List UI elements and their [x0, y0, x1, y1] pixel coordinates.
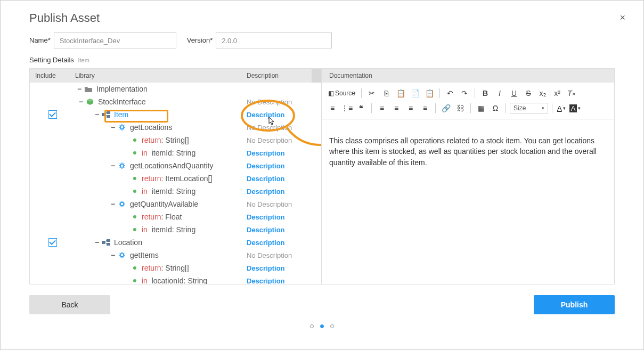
publish-button[interactable]: Publish — [534, 295, 615, 314]
editor-content[interactable]: This class comprises all operations rela… — [322, 119, 614, 284]
svg-point-9 — [120, 254, 124, 257]
param-dot-icon — [133, 177, 136, 180]
no-description: No Description — [247, 136, 292, 144]
expand-toggle[interactable]: − — [109, 200, 117, 208]
align-left-icon[interactable]: ≡ — [376, 102, 388, 115]
gear-icon — [117, 251, 127, 259]
pager-dot-2[interactable] — [320, 324, 324, 328]
bold-icon[interactable]: B — [479, 87, 492, 100]
tree-row: return: ItemLocation[] Description — [30, 172, 321, 185]
copy-icon[interactable]: ⎘ — [380, 87, 393, 100]
subscript-icon[interactable]: x₂ — [536, 87, 549, 100]
gear-icon — [117, 123, 127, 132]
tree-node-label[interactable]: StockInterface — [98, 97, 146, 106]
expand-toggle[interactable]: − — [75, 85, 84, 93]
param-dot-icon — [133, 279, 136, 282]
redo-icon[interactable]: ↷ — [458, 87, 471, 100]
blockquote-icon[interactable]: ❝ — [355, 102, 368, 115]
tree-row: − getLocationsAndQuantity Description — [30, 159, 321, 172]
description-link[interactable]: Description — [247, 175, 285, 183]
svg-point-5 — [120, 202, 124, 206]
version-input[interactable] — [216, 32, 332, 48]
superscript-icon[interactable]: x² — [551, 87, 564, 100]
undo-icon[interactable]: ↶ — [444, 87, 456, 100]
in-keyword: in — [142, 225, 148, 234]
folder-icon — [84, 85, 93, 93]
strike-icon[interactable]: S — [522, 87, 535, 100]
italic-icon[interactable]: I — [493, 87, 506, 100]
tree-node-label[interactable]: getItems — [130, 251, 159, 259]
tree-node-label[interactable]: getQuantityAvailable — [130, 200, 198, 208]
description-link[interactable]: Description — [247, 213, 285, 221]
dialog-title: Publish Asset — [1, 1, 643, 25]
expand-toggle[interactable]: − — [109, 161, 117, 170]
name-input[interactable] — [54, 32, 176, 48]
tree-row: in itemId: String Description — [30, 223, 321, 236]
tree-row: − Item Description — [30, 108, 321, 121]
paste-word-icon[interactable]: 📋 — [423, 87, 436, 100]
cut-icon[interactable]: ✂ — [365, 87, 378, 100]
link-icon[interactable]: 🔗 — [439, 102, 452, 115]
tree-node-label[interactable]: Location — [114, 238, 142, 247]
expand-toggle[interactable]: − — [77, 97, 85, 106]
paste-text-icon[interactable]: 📄 — [409, 87, 421, 100]
unlink-icon[interactable]: ⛓ — [454, 102, 467, 115]
svg-point-4 — [120, 164, 124, 167]
back-button[interactable]: Back — [29, 295, 110, 314]
description-link[interactable]: Description — [247, 149, 285, 157]
description-link[interactable]: Description — [247, 162, 285, 170]
underline-icon[interactable]: U — [508, 87, 520, 100]
description-link[interactable]: Description — [247, 264, 285, 272]
header-description: Description — [247, 72, 312, 79]
table-icon[interactable]: ▦ — [475, 102, 487, 115]
close-button[interactable]: × — [619, 12, 625, 23]
svg-rect-1 — [107, 111, 110, 114]
description-link[interactable]: Description — [247, 188, 285, 196]
source-button[interactable]: ◧ Source — [326, 89, 357, 97]
tree-node-label[interactable]: Item — [114, 110, 128, 119]
bg-color-button[interactable]: A — [568, 104, 582, 112]
special-char-icon[interactable]: Ω — [489, 102, 502, 115]
description-link[interactable]: Description — [247, 277, 285, 284]
font-size-select[interactable]: Size — [510, 103, 548, 113]
no-description: No Description — [247, 124, 292, 132]
pager-dot-1[interactable] — [310, 324, 314, 328]
expand-toggle[interactable]: − — [93, 110, 101, 119]
param-dot-icon — [133, 139, 136, 142]
pager-dot-3[interactable] — [330, 324, 334, 328]
param-dot-icon — [133, 215, 136, 218]
tree-node-label[interactable]: getLocationsAndQuantity — [130, 161, 213, 170]
align-center-icon[interactable]: ≡ — [390, 102, 403, 115]
text-color-button[interactable]: A — [556, 104, 567, 112]
tree-node-label[interactable]: getLocations — [130, 123, 172, 132]
include-checkbox[interactable] — [48, 238, 57, 247]
tree-node-label[interactable]: Implementation — [96, 85, 148, 93]
description-link[interactable]: Description — [247, 226, 285, 234]
paste-icon[interactable]: 📋 — [394, 87, 407, 100]
unordered-list-icon[interactable]: ⋮≡ — [340, 102, 353, 115]
svg-rect-6 — [102, 241, 105, 244]
expand-toggle[interactable]: − — [109, 123, 117, 132]
description-link[interactable]: Description — [247, 111, 285, 119]
svg-point-3 — [120, 126, 124, 129]
ordered-list-icon[interactable]: ≡ — [326, 102, 339, 115]
class-icon — [101, 238, 111, 247]
tree-row: − Location Description — [30, 236, 321, 249]
tree-row: return: String[] No Description — [30, 134, 321, 146]
remove-format-icon[interactable]: T× — [565, 87, 578, 100]
param-dot-icon — [133, 228, 136, 231]
expand-toggle[interactable]: − — [109, 251, 117, 259]
param-dot-icon — [133, 190, 136, 193]
tree-scroll[interactable]: − Implementation − StockInterface No Des… — [30, 83, 321, 284]
description-link[interactable]: Description — [247, 239, 285, 247]
tree-row: return: String[] Description — [30, 262, 321, 274]
align-justify-icon[interactable]: ≡ — [419, 102, 431, 115]
expand-toggle[interactable]: − — [93, 238, 101, 247]
param-dot-icon — [133, 151, 136, 154]
param-dot-icon — [133, 266, 136, 270]
align-right-icon[interactable]: ≡ — [404, 102, 417, 115]
tree-row: in itemId: String Description — [30, 146, 321, 159]
svg-rect-7 — [107, 239, 110, 242]
include-checkbox[interactable] — [48, 110, 57, 119]
form-row: Name* Version* — [1, 25, 643, 48]
